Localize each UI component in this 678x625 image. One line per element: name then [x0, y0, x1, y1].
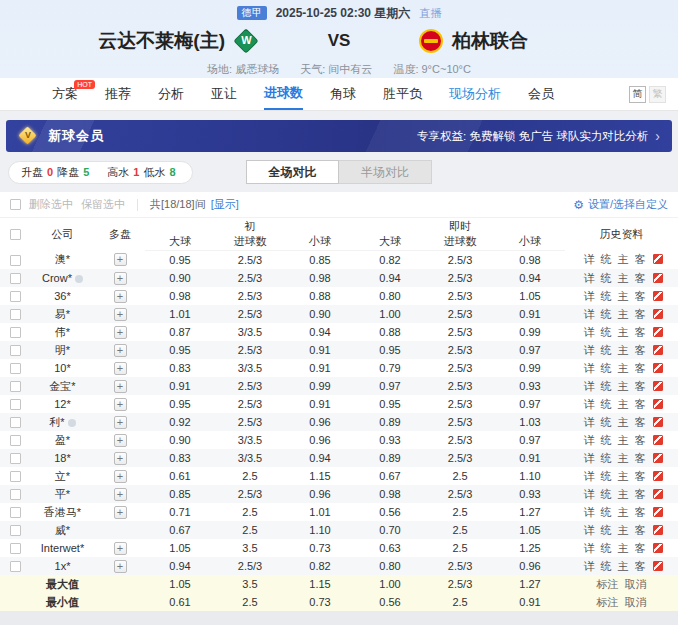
history-link-stats[interactable]: 统 [601, 470, 612, 482]
history-link-away[interactable]: 客 [635, 290, 646, 302]
tab-win-draw-lose[interactable]: 胜平负 [383, 78, 422, 110]
history-link-stats[interactable]: 统 [601, 308, 612, 320]
history-link-away[interactable]: 客 [635, 253, 646, 265]
select-all-checkbox[interactable] [10, 229, 21, 240]
history-link-away[interactable]: 客 [635, 434, 646, 446]
trend-chart-icon[interactable] [653, 363, 663, 373]
trend-chart-icon[interactable] [653, 489, 663, 499]
row-checkbox[interactable] [10, 453, 21, 464]
multi-odds-expand-button[interactable]: + [114, 272, 127, 285]
multi-odds-expand-button[interactable]: + [114, 452, 127, 465]
trend-chart-icon[interactable] [653, 435, 663, 445]
history-link-detail[interactable]: 详 [584, 344, 595, 356]
history-link-stats[interactable]: 统 [601, 506, 612, 518]
company-name[interactable]: 易* [55, 308, 70, 320]
vip-benefits-link[interactable]: 专享权益: 免费解锁 免广告 球队实力对比分析 › [417, 129, 660, 144]
history-link-home[interactable]: 主 [618, 398, 629, 410]
company-name[interactable]: 1x* [55, 560, 71, 572]
multi-odds-expand-button[interactable]: + [114, 398, 127, 411]
annotate-link[interactable]: 标注 [597, 578, 619, 590]
multi-odds-expand-button[interactable]: + [114, 290, 127, 303]
history-link-away[interactable]: 客 [635, 326, 646, 338]
multi-odds-expand-button[interactable]: + [114, 380, 127, 393]
history-link-stats[interactable]: 统 [601, 290, 612, 302]
row-checkbox[interactable] [10, 399, 21, 410]
trend-chart-icon[interactable] [653, 309, 663, 319]
history-link-stats[interactable]: 统 [601, 488, 612, 500]
tab-goals[interactable]: 进球数 [264, 78, 303, 110]
history-link-detail[interactable]: 详 [584, 488, 595, 500]
row-checkbox[interactable] [10, 255, 21, 266]
customize-settings-link[interactable]: ⚙ 设置/选择自定义 [573, 197, 668, 212]
history-link-detail[interactable]: 详 [584, 506, 595, 518]
company-name[interactable]: 立* [55, 470, 70, 482]
history-link-away[interactable]: 客 [635, 524, 646, 536]
broadcast-link[interactable]: 直播 [419, 6, 441, 21]
history-link-away[interactable]: 客 [635, 488, 646, 500]
history-link-home[interactable]: 主 [618, 452, 629, 464]
history-link-detail[interactable]: 详 [584, 362, 595, 374]
history-link-away[interactable]: 客 [635, 380, 646, 392]
trend-chart-icon[interactable] [653, 561, 663, 571]
company-name[interactable]: Crow* [42, 272, 72, 284]
vip-promo-banner[interactable]: V 新球会员 专享权益: 免费解锁 免广告 球队实力对比分析 › [6, 120, 672, 152]
history-link-detail[interactable]: 详 [584, 398, 595, 410]
company-name[interactable]: 盈* [55, 434, 70, 446]
history-link-detail[interactable]: 详 [584, 434, 595, 446]
row-checkbox[interactable] [10, 309, 21, 320]
history-link-stats[interactable]: 统 [601, 398, 612, 410]
trend-chart-icon[interactable] [653, 327, 663, 337]
row-checkbox[interactable] [10, 543, 21, 554]
tab-plan[interactable]: 方案 HOT [52, 78, 78, 110]
history-link-away[interactable]: 客 [635, 308, 646, 320]
company-name[interactable]: 伟* [55, 326, 70, 338]
row-checkbox[interactable] [10, 471, 21, 482]
history-link-away[interactable]: 客 [635, 362, 646, 374]
history-link-home[interactable]: 主 [618, 326, 629, 338]
history-link-home[interactable]: 主 [618, 542, 629, 554]
history-link-stats[interactable]: 统 [601, 542, 612, 554]
history-link-stats[interactable]: 统 [601, 362, 612, 374]
row-checkbox[interactable] [10, 381, 21, 392]
tab-asian-handicap[interactable]: 亚让 [211, 78, 237, 110]
row-checkbox[interactable] [10, 507, 21, 518]
company-name[interactable]: 利* [49, 416, 64, 428]
history-link-home[interactable]: 主 [618, 560, 629, 572]
history-link-home[interactable]: 主 [618, 488, 629, 500]
half-match-compare-button[interactable]: 半场对比 [339, 160, 432, 184]
row-checkbox[interactable] [10, 489, 21, 500]
row-checkbox[interactable] [10, 291, 21, 302]
company-name[interactable]: 12* [54, 398, 71, 410]
history-link-detail[interactable]: 详 [584, 560, 595, 572]
history-link-detail[interactable]: 详 [584, 380, 595, 392]
company-name[interactable]: 澳* [55, 253, 70, 265]
history-link-detail[interactable]: 详 [584, 272, 595, 284]
history-link-stats[interactable]: 统 [601, 560, 612, 572]
history-link-home[interactable]: 主 [618, 308, 629, 320]
annotate-link[interactable]: 标注 [597, 596, 619, 608]
history-link-stats[interactable]: 统 [601, 253, 612, 265]
tab-member[interactable]: 会员 [528, 78, 554, 110]
history-link-detail[interactable]: 详 [584, 542, 595, 554]
trend-chart-icon[interactable] [653, 273, 663, 283]
trend-chart-icon[interactable] [653, 254, 663, 264]
trend-chart-icon[interactable] [653, 471, 663, 481]
company-name[interactable]: 18* [54, 452, 71, 464]
history-link-detail[interactable]: 详 [584, 416, 595, 428]
history-link-away[interactable]: 客 [635, 506, 646, 518]
history-link-away[interactable]: 客 [635, 416, 646, 428]
company-name[interactable]: Interwet* [41, 542, 84, 554]
multi-odds-expand-button[interactable]: + [114, 416, 127, 429]
tab-live-analysis[interactable]: 现场分析 [449, 78, 501, 110]
trend-chart-icon[interactable] [653, 417, 663, 427]
history-link-away[interactable]: 客 [635, 560, 646, 572]
multi-odds-expand-button[interactable]: + [114, 326, 127, 339]
history-link-stats[interactable]: 统 [601, 452, 612, 464]
trend-chart-icon[interactable] [653, 507, 663, 517]
history-link-home[interactable]: 主 [618, 290, 629, 302]
row-checkbox[interactable] [10, 525, 21, 536]
history-link-stats[interactable]: 统 [601, 272, 612, 284]
company-name[interactable]: 明* [55, 344, 70, 356]
row-checkbox[interactable] [10, 417, 21, 428]
lang-traditional-button[interactable]: 繁 [649, 86, 666, 103]
